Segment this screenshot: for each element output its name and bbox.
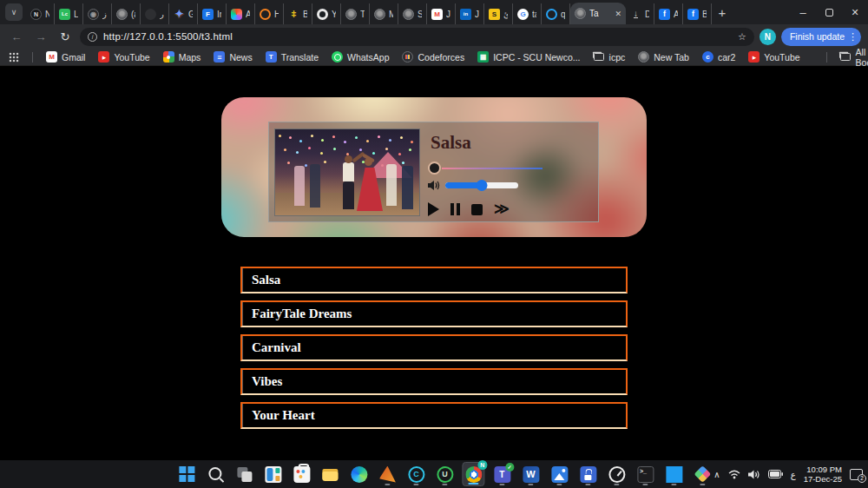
stop-button[interactable]	[471, 204, 483, 215]
browser-tab[interactable]: ر	[141, 3, 169, 24]
playlist-item[interactable]: Vibes	[240, 368, 628, 395]
bookmark-item[interactable]: ICPC - SCU Newco...	[477, 51, 580, 63]
browser-tab[interactable]: D	[626, 3, 654, 24]
browser-tab[interactable]: H	[255, 3, 284, 24]
bookmark-item[interactable]: Translate	[266, 51, 319, 63]
apps-grid-icon[interactable]	[9, 52, 19, 63]
browser-tab[interactable]: B	[683, 3, 712, 24]
vscode-button[interactable]	[662, 462, 685, 486]
codeforces-app-button[interactable]	[404, 462, 427, 486]
browser-tab[interactable]: N	[26, 3, 55, 24]
browser-tab[interactable]: A	[654, 3, 683, 24]
bookmark-star-icon[interactable]	[738, 31, 746, 43]
browser-tab[interactable]: Yc	[312, 3, 341, 24]
browser-tab[interactable]: Le	[55, 3, 83, 24]
forward-button[interactable]	[31, 27, 50, 46]
terminal-button[interactable]	[634, 462, 656, 486]
bookmark-item[interactable]: New Tab	[638, 51, 689, 63]
browser-tab[interactable]: Ta	[570, 3, 626, 24]
new-tab-button[interactable]	[712, 2, 733, 23]
fast-forward-button[interactable]	[494, 203, 510, 215]
tab-favicon-icon	[374, 9, 385, 20]
bookmark-item[interactable]: YouTube	[98, 51, 149, 63]
bookmark-item[interactable]: Gmail	[46, 51, 85, 63]
notification-center-icon[interactable]: 2	[850, 469, 863, 480]
widgets-button[interactable]	[261, 462, 284, 486]
playlist-item[interactable]: FairyTale Dreams	[240, 300, 628, 327]
profile-avatar[interactable]: N	[760, 29, 776, 45]
file-explorer-button[interactable]	[319, 462, 341, 486]
bookmark-item[interactable]: WhatsApp	[332, 51, 389, 63]
progress-track[interactable]	[442, 168, 542, 169]
minimize-button[interactable]	[790, 0, 816, 24]
back-button[interactable]	[7, 27, 26, 46]
playlist-item[interactable]: Carnival	[240, 334, 628, 361]
diamond-app-button[interactable]	[691, 462, 713, 486]
ultraiso-button[interactable]	[433, 462, 456, 486]
progress-thumb[interactable]	[428, 162, 441, 175]
browser-tab[interactable]: ز	[83, 3, 112, 24]
playlist-item[interactable]: Salsa	[240, 267, 628, 293]
browser-tab[interactable]: (a	[112, 3, 141, 24]
maximize-button[interactable]	[816, 0, 842, 24]
site-info-icon[interactable]	[88, 32, 97, 42]
battery-icon[interactable]	[768, 470, 783, 478]
url-text[interactable]: http://127.0.0.1:5500/t3.html	[103, 31, 732, 42]
task-view-button[interactable]	[233, 462, 255, 486]
volume-thumb[interactable]	[477, 180, 488, 191]
tab-title: Le	[74, 10, 78, 19]
bookmark-item[interactable]: Maps	[163, 51, 201, 63]
gauge-app-button[interactable]	[605, 462, 628, 486]
browser-tab[interactable]: G	[169, 3, 198, 24]
word-button[interactable]	[519, 462, 542, 486]
folder-lock-button[interactable]	[576, 462, 599, 486]
browser-tab[interactable]: ئ	[484, 3, 513, 24]
chrome-button[interactable]: N	[462, 462, 484, 486]
matlab-button[interactable]	[376, 462, 398, 486]
close-icon[interactable]	[615, 10, 621, 18]
browser-tab[interactable]: J	[427, 3, 456, 24]
edge-button[interactable]	[347, 462, 370, 486]
play-button[interactable]	[428, 202, 439, 216]
start-button[interactable]	[175, 462, 198, 486]
photos-button[interactable]	[548, 462, 570, 486]
hidden-icons-chevron[interactable]: ∧	[713, 470, 720, 479]
divider	[826, 52, 827, 63]
tab-search-button[interactable]	[5, 3, 23, 21]
browser-tab[interactable]: In	[198, 3, 227, 24]
volume-slider[interactable]	[445, 182, 518, 188]
bookmark-item[interactable]: car2	[702, 51, 735, 63]
update-chrome-button[interactable]: Finish update	[781, 28, 861, 46]
volume-tray-icon[interactable]	[748, 470, 760, 479]
wifi-icon[interactable]	[728, 470, 740, 479]
bookmark-item[interactable]: News	[214, 51, 252, 63]
browser-tab[interactable]: q	[542, 3, 570, 24]
desktop-screen: N Le ز (a	[0, 0, 868, 488]
browser-tab[interactable]: Ta	[341, 3, 370, 24]
tab-title: N	[45, 10, 49, 19]
close-window-button[interactable]	[842, 0, 868, 24]
browser-tab[interactable]: M	[370, 3, 398, 24]
search-button[interactable]	[204, 462, 227, 486]
browser-tab[interactable]: Br	[284, 3, 312, 24]
store-button[interactable]	[290, 462, 312, 486]
playlist-item-label: Your Heart	[252, 408, 315, 423]
browser-tab[interactable]: Si	[398, 3, 427, 24]
bookmark-item[interactable]: Codeforces	[402, 51, 464, 63]
browser-tab[interactable]: A	[227, 3, 255, 24]
menu-dots-icon[interactable]	[848, 31, 858, 43]
pause-button[interactable]	[450, 203, 460, 215]
address-bar[interactable]: http://127.0.0.1:5500/t3.html	[80, 28, 754, 46]
reload-button[interactable]	[56, 27, 75, 46]
teams-button[interactable]	[490, 462, 513, 486]
tray-time: 10:09 PM	[804, 465, 842, 474]
all-bookmarks-button[interactable]: All Bookmarks	[840, 47, 868, 68]
bookmark-item[interactable]: icpc	[594, 51, 626, 63]
bookmark-item[interactable]: YouTube	[748, 51, 799, 63]
browser-tab[interactable]: ta	[513, 3, 542, 24]
string-lights	[279, 135, 281, 137]
playlist-item[interactable]: Your Heart	[240, 402, 628, 429]
clock[interactable]: 10:09 PM 17-Dec-25	[804, 465, 842, 484]
browser-tab[interactable]: Jl	[456, 3, 484, 24]
language-indicator[interactable]: ع	[791, 470, 796, 479]
